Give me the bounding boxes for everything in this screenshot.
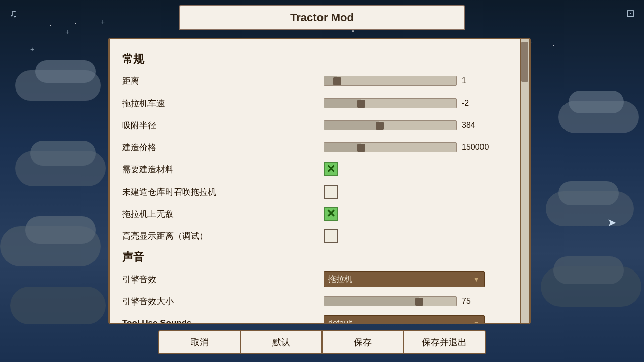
cursor-icon: ➤	[607, 216, 616, 229]
row-highlight-debug: 高亮显示距离（调试）	[122, 228, 517, 244]
scrollbar-track[interactable]	[520, 39, 529, 323]
slider-speed-thumb[interactable]	[357, 100, 365, 108]
checkbox-check-require: ✕	[326, 164, 335, 175]
cloud	[10, 287, 106, 324]
dropdown-engine-sound[interactable]: 拖拉机 ▼	[324, 271, 485, 287]
save-exit-button[interactable]: 保存并退出	[404, 330, 486, 354]
cancel-button[interactable]: 取消	[158, 330, 241, 354]
scrollbar-thumb[interactable]	[521, 42, 528, 82]
section-sound: 声音	[122, 250, 517, 265]
row-engine-sound: 引擎音效 拖拉机 ▼	[122, 271, 517, 287]
cloud	[30, 141, 96, 166]
label-engine-sound: 引擎音效	[122, 274, 324, 285]
label-invincible: 拖拉机上无敌	[122, 208, 324, 220]
star-plus: +	[30, 45, 34, 53]
row-require-materials: 需要建造材料 ✕	[122, 161, 517, 177]
dropdown-engine-sound-value: 拖拉机	[328, 274, 352, 285]
row-invincible: 拖拉机上无敌 ✕	[122, 206, 517, 222]
slider-radius-value: 384	[462, 121, 492, 130]
slider-distance-thumb[interactable]	[333, 77, 341, 85]
bottom-bar: 取消 默认 保存 保存并退出	[158, 330, 486, 354]
star	[553, 45, 554, 46]
slider-radius-thumb[interactable]	[376, 122, 384, 130]
main-panel: 常规 距离 1 拖拉机车速 -2	[108, 38, 531, 324]
slider-price-container: 150000	[324, 142, 492, 152]
music-icon[interactable]: ♫	[9, 7, 18, 20]
checkbox-summon-without-barn[interactable]	[324, 185, 338, 199]
row-magnetic-radius: 吸附半径 384	[122, 117, 517, 133]
section-general: 常规	[122, 52, 517, 67]
star	[75, 23, 76, 24]
label-tool-sounds: Tool Use Sounds	[122, 318, 324, 323]
dropdown-tool-sounds-arrow: ▼	[473, 319, 480, 323]
checkbox-require-materials[interactable]: ✕	[324, 162, 338, 176]
default-button[interactable]: 默认	[241, 330, 323, 354]
row-engine-volume: 引擎音效大小 75	[122, 293, 517, 309]
star	[352, 30, 354, 32]
slider-volume-container: 75	[324, 296, 492, 306]
cloud	[35, 60, 96, 83]
slider-radius-container: 384	[324, 120, 492, 130]
star-plus: +	[65, 28, 69, 36]
cloud	[569, 90, 624, 113]
slider-speed-container: -2	[324, 98, 492, 108]
label-build-price: 建造价格	[122, 142, 324, 153]
label-engine-volume: 引擎音效大小	[122, 296, 324, 307]
slider-volume-value: 75	[462, 297, 492, 306]
cloud	[553, 256, 624, 284]
save-button[interactable]: 保存	[323, 330, 404, 354]
slider-radius-fill	[324, 121, 379, 130]
slider-distance-container: 1	[324, 76, 492, 86]
row-distance: 距离 1	[122, 73, 517, 89]
slider-price-track[interactable]	[324, 142, 457, 152]
row-tractor-speed: 拖拉机车速 -2	[122, 95, 517, 111]
title-text: Tractor Mod	[290, 11, 354, 24]
title-bar: Tractor Mod	[179, 5, 465, 30]
star	[50, 25, 51, 26]
slider-volume-thumb[interactable]	[415, 298, 423, 306]
slider-speed-fill	[324, 99, 361, 108]
dropdown-engine-sound-arrow: ▼	[473, 275, 480, 283]
slider-radius-track[interactable]	[324, 120, 457, 130]
slider-volume-fill	[324, 297, 419, 306]
label-tractor-speed: 拖拉机车速	[122, 98, 324, 109]
row-build-price: 建造价格 150000	[122, 139, 517, 155]
slider-speed-value: -2	[462, 99, 492, 108]
label-require-materials: 需要建造材料	[122, 164, 324, 175]
dropdown-tool-sounds[interactable]: default ▼	[324, 315, 485, 323]
cloud	[558, 181, 619, 205]
checkbox-check-invincible: ✕	[326, 208, 335, 219]
slider-speed-track[interactable]	[324, 98, 457, 108]
checkbox-invincible[interactable]: ✕	[324, 207, 338, 221]
cloud	[25, 216, 96, 244]
label-highlight-debug: 高亮显示距离（调试）	[122, 230, 324, 242]
row-summon-without-barn: 未建造仓库时召唤拖拉机	[122, 184, 517, 200]
checkbox-highlight-debug[interactable]	[324, 229, 338, 243]
slider-distance-track[interactable]	[324, 76, 457, 86]
slider-distance-value: 1	[462, 76, 492, 85]
dropdown-tool-sounds-value: default	[328, 319, 352, 323]
slider-price-fill	[324, 143, 361, 152]
star-plus: +	[101, 18, 105, 26]
label-magnetic-radius: 吸附半径	[122, 120, 324, 131]
slider-price-value: 150000	[462, 143, 492, 152]
window-icon[interactable]: ⊡	[626, 7, 635, 19]
slider-price-thumb[interactable]	[357, 144, 365, 152]
label-distance: 距离	[122, 75, 324, 87]
label-summon-without-barn: 未建造仓库时召唤拖拉机	[122, 186, 324, 198]
slider-volume-track[interactable]	[324, 296, 457, 306]
panel-content[interactable]: 常规 距离 1 拖拉机车速 -2	[110, 39, 529, 323]
row-tool-sounds: Tool Use Sounds default ▼	[122, 315, 517, 323]
